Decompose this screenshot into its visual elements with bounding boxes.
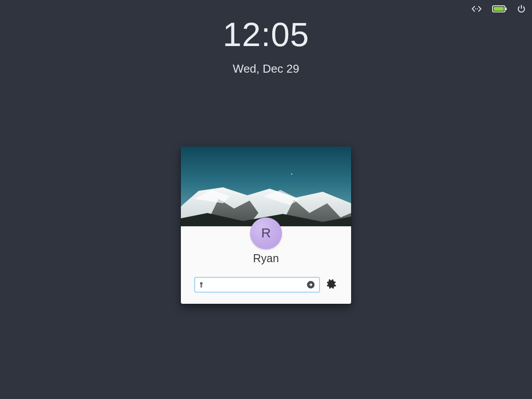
svg-rect-4 bbox=[505, 8, 507, 10]
clock-time: 12:05 bbox=[0, 17, 532, 52]
password-row bbox=[192, 277, 340, 292]
user-avatar[interactable]: R bbox=[250, 217, 282, 249]
submit-arrow-icon[interactable] bbox=[306, 280, 316, 290]
password-input[interactable] bbox=[204, 278, 306, 292]
password-field[interactable] bbox=[195, 277, 320, 292]
gear-icon bbox=[327, 279, 336, 291]
user-banner-image bbox=[181, 147, 351, 226]
clock-date: Wed, Dec 29 bbox=[0, 62, 532, 76]
network-wired-icon[interactable] bbox=[471, 5, 482, 13]
keyhole-icon bbox=[199, 281, 204, 288]
login-card: R Ryan bbox=[181, 147, 351, 304]
clock-block: 12:05 Wed, Dec 29 bbox=[0, 17, 532, 76]
svg-point-1 bbox=[477, 8, 478, 9]
battery-full-charging-icon[interactable] bbox=[492, 5, 507, 13]
topbar bbox=[471, 3, 526, 15]
svg-point-6 bbox=[291, 174, 292, 174]
session-settings-button[interactable] bbox=[326, 279, 337, 291]
power-icon[interactable] bbox=[517, 4, 526, 13]
svg-rect-3 bbox=[494, 7, 504, 11]
username-label: Ryan bbox=[192, 252, 340, 265]
svg-point-0 bbox=[475, 8, 476, 9]
avatar-initial: R bbox=[261, 225, 271, 240]
